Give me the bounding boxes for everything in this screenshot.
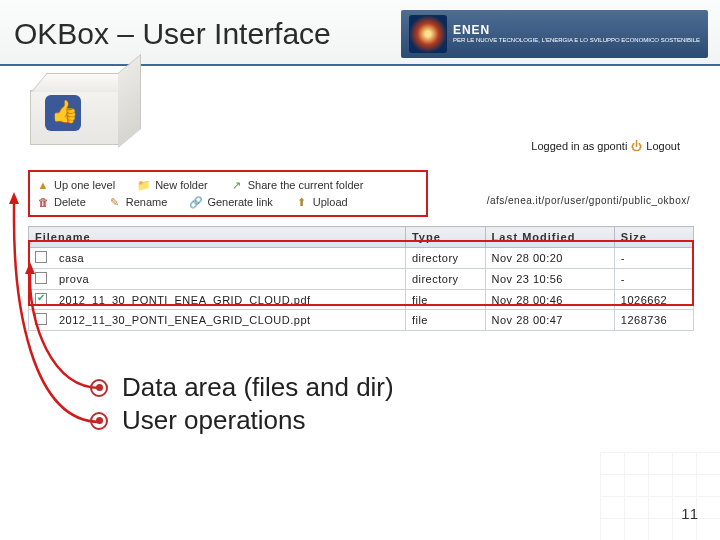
- file-modified: Nov 28 00:46: [485, 290, 614, 310]
- file-type: file: [405, 290, 485, 310]
- table-row[interactable]: prova directory Nov 23 10:56 -: [29, 269, 694, 290]
- delete-label: Delete: [54, 196, 86, 208]
- checkbox[interactable]: [35, 313, 47, 325]
- bullet-text: User operations: [122, 405, 306, 436]
- logged-in-text: Logged in as gponti: [531, 140, 627, 152]
- share-label: Share the current folder: [248, 179, 364, 191]
- file-type: directory: [405, 269, 485, 290]
- rename-button[interactable]: ✎ Rename: [108, 195, 168, 209]
- app-logo: [30, 90, 120, 145]
- file-name: casa: [53, 248, 405, 269]
- share-icon: ↗: [230, 178, 244, 192]
- file-size: -: [614, 269, 693, 290]
- upload-icon: ⬆: [295, 195, 309, 209]
- table-row[interactable]: 2012_11_30_PONTI_ENEA_GRID_CLOUD.ppt fil…: [29, 310, 694, 331]
- file-name: 2012_11_30_PONTI_ENEA_GRID_CLOUD.ppt: [53, 310, 405, 331]
- up-one-level-button[interactable]: ▲ Up one level: [36, 178, 115, 192]
- upload-button[interactable]: ⬆ Upload: [295, 195, 348, 209]
- generate-link-button[interactable]: 🔗 Generate link: [189, 195, 272, 209]
- file-name: prova: [53, 269, 405, 290]
- table-row[interactable]: casa directory Nov 28 00:20 -: [29, 248, 694, 269]
- file-name: 2012_11_30_PONTI_ENEA_GRID_CLOUD.pdf: [53, 290, 405, 310]
- file-modified: Nov 23 10:56: [485, 269, 614, 290]
- bullet-dot-icon: [90, 412, 108, 430]
- file-modified: Nov 28 00:47: [485, 310, 614, 331]
- bullet-text: Data area (files and dir): [122, 372, 394, 403]
- bullet-list: Data area (files and dir) User operation…: [90, 370, 394, 438]
- col-modified: Last Modified: [485, 227, 614, 248]
- checkbox[interactable]: [35, 272, 47, 284]
- brand-name: ENEN: [453, 24, 700, 37]
- file-type: directory: [405, 248, 485, 269]
- table-row[interactable]: 2012_11_30_PONTI_ENEA_GRID_CLOUD.pdf fil…: [29, 290, 694, 310]
- file-type: file: [405, 310, 485, 331]
- file-modified: Nov 28 00:20: [485, 248, 614, 269]
- generate-link-label: Generate link: [207, 196, 272, 208]
- delete-button[interactable]: 🗑 Delete: [36, 195, 86, 209]
- checkbox[interactable]: [35, 251, 47, 263]
- current-path: /afs/enea.it/por/user/gponti/public_okbo…: [487, 195, 690, 206]
- login-status: Logged in as gponti ⏻ Logout: [531, 140, 680, 152]
- upload-label: Upload: [313, 196, 348, 208]
- power-icon: ⏻: [631, 140, 642, 152]
- file-size: 1026662: [614, 290, 693, 310]
- file-size: 1268736: [614, 310, 693, 331]
- trash-icon: 🗑: [36, 195, 50, 209]
- brand-logo: ENEN PER LE NUOVE TECNOLOGIE, L'ENERGIA …: [401, 10, 708, 58]
- brand-text: ENEN PER LE NUOVE TECNOLOGIE, L'ENERGIA …: [453, 24, 700, 44]
- grid-decoration: [600, 452, 720, 540]
- title-bar: OKBox – User Interface ENEN PER LE NUOVE…: [0, 0, 720, 66]
- col-filename: Filename: [29, 227, 406, 248]
- svg-marker-1: [9, 192, 19, 204]
- brand-tagline: PER LE NUOVE TECNOLOGIE, L'ENERGIA E LO …: [453, 37, 700, 44]
- share-folder-button[interactable]: ↗ Share the current folder: [230, 178, 364, 192]
- checkbox[interactable]: [35, 293, 47, 305]
- col-size: Size: [614, 227, 693, 248]
- rename-icon: ✎: [108, 195, 122, 209]
- page-number: 11: [681, 505, 698, 522]
- up-label: Up one level: [54, 179, 115, 191]
- col-type: Type: [405, 227, 485, 248]
- operations-toolbar: ▲ Up one level 📁 New folder ↗ Share the …: [28, 170, 428, 217]
- bullet-item: User operations: [90, 405, 394, 436]
- thumbs-up-icon: [45, 95, 81, 131]
- slide-title: OKBox – User Interface: [14, 17, 331, 51]
- new-folder-label: New folder: [155, 179, 208, 191]
- brand-emblem-icon: [409, 15, 447, 53]
- file-table: Filename Type Last Modified Size casa di…: [28, 226, 694, 331]
- bullet-dot-icon: [90, 379, 108, 397]
- up-arrow-icon: ▲: [36, 178, 50, 192]
- file-size: -: [614, 248, 693, 269]
- new-folder-button[interactable]: 📁 New folder: [137, 178, 208, 192]
- rename-label: Rename: [126, 196, 168, 208]
- bullet-item: Data area (files and dir): [90, 372, 394, 403]
- logout-link[interactable]: Logout: [646, 140, 680, 152]
- folder-plus-icon: 📁: [137, 178, 151, 192]
- link-icon: 🔗: [189, 195, 203, 209]
- table-header-row: Filename Type Last Modified Size: [29, 227, 694, 248]
